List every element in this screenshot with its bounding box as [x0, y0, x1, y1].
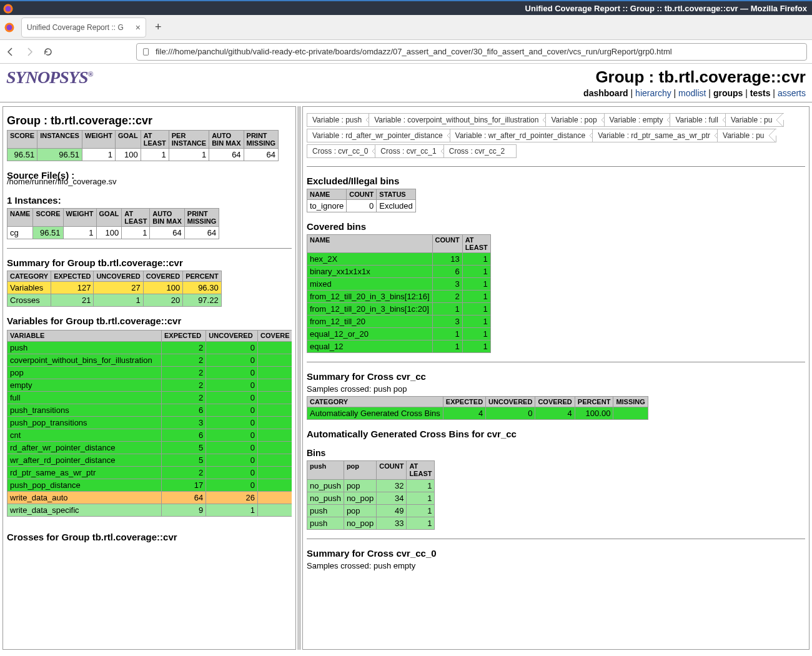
group-heading: Group : tb.rtl.coverage::cvr: [7, 114, 292, 127]
summary-table: CATEGORYEXPECTEDUNCOVEREDCOVEREDPERCENT …: [7, 271, 222, 307]
breadcrumb-chip[interactable]: Variable : rd_after_wr_pointer_distance: [307, 129, 455, 142]
group-summary-table: SCOREINSTANCESWEIGHTGOALATLEASTPERINSTAN…: [7, 130, 279, 161]
excluded-bins-table: NAMECOUNTSTATUS to_ignore0Excluded: [307, 189, 416, 212]
window-titlebar: Unified Coverage Report :: Group :: tb.r…: [0, 0, 812, 15]
breadcrumb-chip[interactable]: Cross : cvr_cc_2: [443, 144, 517, 158]
covered-bins-table: NAMECOUNTATLEAST hex_2X131binary_xx1x1x1…: [307, 234, 491, 353]
auto-cross-heading: Automatically Generated Cross Bins for c…: [307, 429, 805, 439]
bins-table: pushpopCOUNTATLEAST no_pushpop321no_push…: [307, 460, 435, 529]
breadcrumb-chip[interactable]: Variable : wr_after_rd_pointer_distance: [450, 129, 598, 142]
file-icon: [142, 47, 151, 56]
source-file-path: /home/runner/fifo_coverage.sv: [7, 177, 292, 186]
cc0-samples-text: Samples crossed: push empty: [307, 561, 805, 570]
breadcrumb-chip[interactable]: Variable : rd_ptr_same_as_wr_ptr: [592, 129, 722, 142]
variables-table: VARIABLEEXPECTEDUNCOVEREDCOVERE push20 c…: [7, 330, 292, 516]
cross-summary-table: CATEGORYEXPECTEDUNCOVEREDCOVEREDPERCENTM…: [307, 396, 648, 420]
cc0-heading: Summary for Cross cvr_cc_0: [307, 548, 805, 559]
browser-tabbar: Unified Coverage Report :: G × +: [0, 15, 812, 40]
url-text: file:///home/panchul/github/valid-ready-…: [156, 47, 672, 56]
close-icon[interactable]: ×: [136, 22, 141, 32]
svg-rect-4: [144, 48, 149, 55]
firefox-icon: [2, 3, 14, 14]
reload-button[interactable]: [42, 46, 54, 57]
nav-hierarchy[interactable]: hierarchy: [635, 88, 671, 98]
window-title: Unified Coverage Report :: Group :: tb.r…: [525, 4, 807, 13]
right-pane[interactable]: Variable : pushVariable : coverpoint_wit…: [302, 106, 810, 650]
nav-asserts[interactable]: asserts: [778, 88, 806, 98]
header-nav: dashboard | hierarchy | modlist | groups…: [583, 88, 806, 98]
nav-tests[interactable]: tests: [750, 88, 771, 98]
svg-point-3: [7, 24, 12, 30]
summary-heading: Summary for Group tb.rtl.coverage::cvr: [7, 257, 292, 268]
page-title: Group : tb.rtl.coverage::cvr: [583, 67, 806, 87]
bins-heading: Bins: [307, 448, 805, 458]
breadcrumb-chip[interactable]: Variable : full: [670, 113, 730, 127]
page-header: SYNOPSYS® Group : tb.rtl.coverage::cvr d…: [0, 64, 812, 102]
cross-samples-text: Samples crossed: push pop: [307, 384, 805, 394]
nav-groups[interactable]: groups: [713, 88, 743, 98]
new-tab-button[interactable]: +: [150, 21, 167, 34]
breadcrumb-chip[interactable]: Variable : coverpoint_without_bins_for_i…: [369, 113, 550, 127]
breadcrumb-chip[interactable]: Variable : empty: [604, 113, 675, 127]
nav-dashboard[interactable]: dashboard: [583, 88, 628, 98]
tab-title: Unified Coverage Report :: G: [27, 23, 132, 32]
url-bar[interactable]: file:///home/panchul/github/valid-ready-…: [136, 43, 807, 61]
excluded-heading: Excluded/Illegal bins: [307, 176, 805, 186]
back-button[interactable]: [5, 46, 16, 57]
covered-heading: Covered bins: [307, 221, 805, 232]
breadcrumb-chips: Variable : pushVariable : coverpoint_wit…: [307, 111, 805, 166]
crosses-heading: Crosses for Group tb.rtl.coverage::cvr: [7, 532, 292, 542]
breadcrumb-chip[interactable]: Variable : pop: [545, 113, 608, 127]
instances-heading: 1 Instances:: [7, 195, 292, 206]
left-pane[interactable]: Group : tb.rtl.coverage::cvr SCOREINSTAN…: [2, 106, 296, 650]
breadcrumb-chip[interactable]: Variable : pu: [725, 113, 785, 127]
breadcrumb-chip[interactable]: Variable : pu: [717, 129, 776, 142]
synopsys-logo: SYNOPSYS®: [6, 67, 92, 87]
instances-table: NAMESCOREWEIGHTGOALATLEASTAUTOBIN MAXPRI…: [7, 208, 219, 239]
svg-point-1: [6, 6, 11, 12]
breadcrumb-chip[interactable]: Cross : cvr_cc_1: [375, 144, 448, 158]
browser-navbar: file:///home/panchul/github/valid-ready-…: [0, 40, 812, 64]
nav-modlist[interactable]: modlist: [678, 88, 706, 98]
breadcrumb-chip[interactable]: Variable : push: [307, 113, 374, 127]
forward-button[interactable]: [24, 46, 35, 57]
browser-tab[interactable]: Unified Coverage Report :: G ×: [21, 17, 146, 37]
variables-heading: Variables for Group tb.rtl.coverage::cvr: [7, 316, 292, 326]
pane-splitter[interactable]: [297, 106, 301, 650]
cross-summary-heading: Summary for Cross cvr_cc: [307, 371, 805, 382]
firefox-icon: [4, 22, 15, 33]
breadcrumb-chip[interactable]: Cross : cvr_cc_0: [307, 144, 380, 158]
